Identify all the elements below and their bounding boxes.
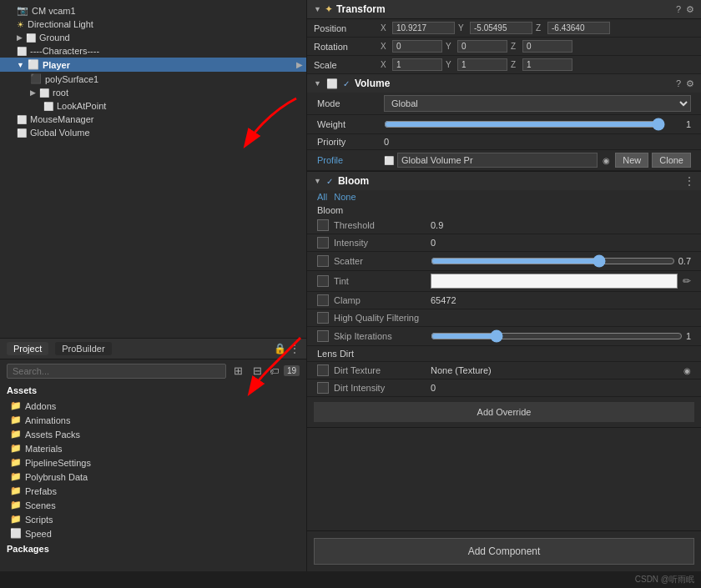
clamp-checkbox[interactable] <box>317 294 329 306</box>
new-button[interactable]: New <box>615 153 648 168</box>
project-panel: Project ProBuilder 🔒 ⋮ ⊞ ⊟ 🏷 19 Assets 📁… <box>0 338 306 571</box>
z-label: Z <box>511 42 521 51</box>
weight-slider[interactable] <box>384 118 665 131</box>
texture-circle-btn[interactable]: ◉ <box>683 366 691 375</box>
none-button[interactable]: None <box>334 192 356 202</box>
hierarchy-label: MouseManager <box>30 114 93 124</box>
scale-x-input[interactable] <box>392 58 442 71</box>
threshold-label: Threshold <box>334 220 426 230</box>
hierarchy-item-directional-light[interactable]: ☀ Directional Light <box>0 18 306 31</box>
add-component-area: Add Component <box>307 530 701 571</box>
collapse-arrow[interactable]: ▼ <box>314 79 321 88</box>
folder-label: PipelineSettings <box>25 458 91 468</box>
y-label: Y <box>458 23 468 33</box>
hierarchy-item-root[interactable]: ▶ ⬜ root <box>0 86 306 99</box>
camera-icon: 📷 <box>17 5 28 16</box>
position-y-input[interactable] <box>470 22 532 34</box>
lens-dirt-header: Lens Dirt <box>307 346 701 362</box>
profile-circle-btn[interactable]: ◉ <box>601 156 612 165</box>
hierarchy-panel: 📷 CM vcam1 ☀ Directional Light ▶ ⬜ Groun… <box>0 0 306 338</box>
all-button[interactable]: All <box>317 192 327 202</box>
collapse-arrow[interactable]: ▼ <box>314 177 321 185</box>
volume-checkmark[interactable]: ✓ <box>343 79 350 88</box>
clamp-label: Clamp <box>334 295 426 305</box>
scale-z-input[interactable] <box>522 58 572 71</box>
hierarchy-label: LookAtPoint <box>57 101 106 111</box>
more-icon[interactable]: ⋮ <box>684 175 694 187</box>
scatter-slider-container: 0.7 <box>431 254 691 268</box>
folder-assets-packs[interactable]: 📁 Assets Packs <box>7 427 300 441</box>
cube-icon: ⬜ <box>43 102 53 111</box>
hierarchy-item-global-volume[interactable]: ⬜ Global Volume <box>0 126 306 139</box>
collapse-arrow[interactable]: ▼ <box>314 5 321 13</box>
rotation-x-input[interactable] <box>392 40 442 53</box>
add-override-button[interactable]: Add Override <box>314 402 694 422</box>
help-icon[interactable]: ? <box>676 78 681 89</box>
folder-pipeline-settings[interactable]: 📁 PipelineSettings <box>7 455 300 470</box>
folder-scripts[interactable]: 📁 Scripts <box>7 512 300 526</box>
skip-iter-slider-container: 1 <box>431 329 691 343</box>
hq-filter-checkbox[interactable] <box>317 312 329 324</box>
lock-icon[interactable]: 🔒 <box>274 343 286 354</box>
dirt-intensity-label: Dirt Intensity <box>334 383 426 393</box>
folder-animations[interactable]: 📁 Animations <box>7 413 300 427</box>
hierarchy-item-mouse-manager[interactable]: ⬜ MouseManager <box>0 113 306 126</box>
threshold-checkbox[interactable] <box>317 219 329 231</box>
scale-z-field: Z <box>511 58 572 71</box>
bloom-section: ▼ ✓ Bloom ⋮ All None Bloom Threshold 0.9 <box>307 172 701 428</box>
scatter-row: Scatter 0.7 <box>307 252 701 271</box>
hierarchy-item-player[interactable]: ▼ ⬜ Player ▶ <box>0 58 306 72</box>
create-btn[interactable]: ⊞ <box>231 363 245 379</box>
priority-input[interactable] <box>384 137 691 147</box>
folder-addons[interactable]: 📁 Addons <box>7 399 300 413</box>
tint-color-picker[interactable] <box>431 274 678 289</box>
folder-prefabs[interactable]: 📁 Prefabs <box>7 484 300 498</box>
add-component-button[interactable]: Add Component <box>314 538 694 565</box>
cube-icon: ⬜ <box>26 33 36 43</box>
tab-probuilder[interactable]: ProBuilder <box>55 342 111 355</box>
help-icon[interactable]: ? <box>676 4 681 15</box>
hierarchy-item-lookat[interactable]: ⬜ LookAtPoint <box>0 99 306 113</box>
z-label: Z <box>536 23 546 33</box>
intensity-checkbox[interactable] <box>317 237 329 249</box>
position-z-input[interactable] <box>547 22 610 34</box>
rotation-y-input[interactable] <box>457 40 507 53</box>
filter-btn[interactable]: ⊟ <box>250 363 265 379</box>
clone-button[interactable]: Clone <box>652 153 691 168</box>
bloom-checkmark[interactable]: ✓ <box>326 177 333 186</box>
hierarchy-item-cm-vcam1[interactable]: 📷 CM vcam1 <box>0 3 306 18</box>
hierarchy-item-characters[interactable]: ⬜ ----Characters---- <box>0 44 306 58</box>
folder-speed[interactable]: ⬜ Speed <box>7 526 300 540</box>
hierarchy-item-poly-surface[interactable]: ⬛ polySurface1 <box>0 72 306 86</box>
tint-checkbox[interactable] <box>317 275 329 287</box>
scatter-slider[interactable] <box>431 254 675 268</box>
tint-label: Tint <box>334 276 426 286</box>
search-input[interactable] <box>7 364 226 379</box>
volume-icon: ⬜ <box>326 78 338 89</box>
settings-icon[interactable]: ⚙ <box>686 4 694 15</box>
rotation-z-input[interactable] <box>522 40 572 53</box>
tab-project[interactable]: Project <box>7 342 48 355</box>
skip-iter-slider[interactable] <box>431 329 683 343</box>
dirt-intensity-checkbox[interactable] <box>317 382 329 394</box>
hierarchy-label: root <box>53 88 68 98</box>
folder-polybrush[interactable]: 📁 Polybrush Data <box>7 470 300 484</box>
threshold-row: Threshold 0.9 <box>307 217 701 234</box>
position-x-input[interactable] <box>392 22 455 34</box>
project-panel-header: Project ProBuilder 🔒 ⋮ <box>0 339 306 359</box>
expand-arrow: ▶ <box>30 88 36 97</box>
folder-scenes[interactable]: 📁 Scenes <box>7 498 300 512</box>
settings-icon[interactable]: ⚙ <box>686 78 694 89</box>
scatter-checkbox[interactable] <box>317 255 329 267</box>
scale-y-input[interactable] <box>457 58 507 71</box>
skip-iter-checkbox[interactable] <box>317 330 329 342</box>
dirt-texture-checkbox[interactable] <box>317 364 329 376</box>
bloom-sub-header: Bloom <box>307 204 701 217</box>
clamp-value: 65472 <box>431 295 691 305</box>
hierarchy-item-ground[interactable]: ▶ ⬜ Ground <box>0 31 306 44</box>
folder-materials[interactable]: 📁 Materials <box>7 441 300 455</box>
settings-icon[interactable]: ⋮ <box>290 343 300 354</box>
mode-dropdown[interactable]: Global <box>384 95 691 112</box>
eye-dropper-icon[interactable]: ✏ <box>683 275 691 287</box>
weight-slider-container: 1 <box>384 118 691 131</box>
